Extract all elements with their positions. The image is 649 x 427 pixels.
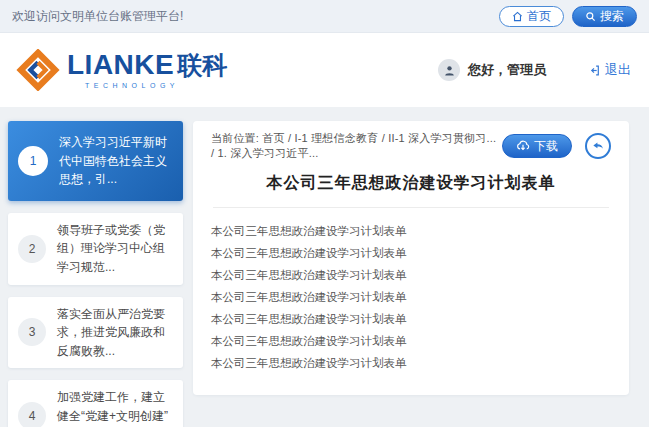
back-button[interactable] — [585, 133, 611, 159]
user-icon — [443, 64, 456, 77]
logo-text-block: LIANKE 联科 TECHNOLOGY — [67, 51, 227, 89]
logout-icon — [588, 64, 601, 77]
search-button[interactable]: 搜索 — [572, 6, 637, 27]
user-info: 您好，管理员 — [438, 59, 546, 81]
sidebar-item-label: 落实全面从严治党要求，推进党风廉政和反腐败教... — [57, 305, 173, 361]
search-button-label: 搜索 — [600, 8, 624, 25]
document-link[interactable]: 本公司三年思想政治建设学习计划表单 — [211, 242, 407, 264]
document-link[interactable]: 本公司三年思想政治建设学习计划表单 — [211, 352, 407, 374]
top-bar: 欢迎访问文明单位台账管理平台! 首页 搜索 — [0, 0, 649, 33]
breadcrumb: 当前位置: 首页 / I-1 理想信念教育 / II-1 深入学习贯彻习... … — [211, 131, 502, 161]
document-link[interactable]: 本公司三年思想政治建设学习计划表单 — [211, 330, 407, 352]
logo[interactable]: LIANKE 联科 TECHNOLOGY — [16, 49, 227, 91]
download-button[interactable]: 下载 — [502, 134, 572, 158]
logo-subtitle: TECHNOLOGY — [67, 82, 227, 89]
sidebar-item-3[interactable]: 3 落实全面从严治党要求，推进党风廉政和反腐败教... — [8, 297, 183, 369]
sidebar-item-2[interactable]: 2 领导班子或党委（党组）理论学习中心组学习规范... — [8, 213, 183, 285]
back-arrow-icon — [591, 139, 605, 153]
main-panel: 当前位置: 首页 / I-1 理想信念教育 / II-1 深入学习贯彻习... … — [193, 121, 629, 395]
sidebar-item-4[interactable]: 4 加强党建工作，建立健全“党建+文明创建”机制... — [8, 380, 183, 427]
lianke-logo-icon — [16, 49, 60, 91]
topbar-actions: 首页 搜索 — [499, 6, 637, 27]
step-number-badge: 1 — [18, 146, 48, 176]
document-link[interactable]: 本公司三年思想政治建设学习计划表单 — [211, 308, 407, 330]
sidebar-item-label: 加强党建工作，建立健全“党建+文明创建”机制... — [57, 388, 173, 427]
step-number-badge: 4 — [18, 402, 46, 427]
cloud-download-icon — [516, 139, 530, 153]
avatar — [438, 59, 460, 81]
sidebar-item-label: 领导班子或党委（党组）理论学习中心组学习规范... — [57, 221, 173, 277]
main-top-row: 当前位置: 首页 / I-1 理想信念教育 / II-1 深入学习贯彻习... … — [211, 131, 611, 161]
sidebar-item-1[interactable]: 1 深入学习习近平新时代中国特色社会主义思想，引... — [8, 121, 183, 201]
document-link[interactable]: 本公司三年思想政治建设学习计划表单 — [211, 220, 407, 242]
document-link[interactable]: 本公司三年思想政治建设学习计划表单 — [211, 264, 407, 286]
step-number-badge: 3 — [18, 318, 46, 346]
logout-link[interactable]: 退出 — [588, 61, 631, 79]
logo-text-en: LIANKE — [67, 51, 174, 79]
welcome-text: 欢迎访问文明单位台账管理平台! — [12, 8, 183, 25]
page-title: 本公司三年思想政治建设学习计划表单 — [211, 173, 611, 194]
step-number-badge: 2 — [18, 235, 46, 263]
logo-row: LIANKE 联科 — [67, 51, 227, 79]
header-right: 您好，管理员 退出 — [438, 59, 633, 81]
sidebar: 1 深入学习习近平新时代中国特色社会主义思想，引... 2 领导班子或党委（党组… — [8, 121, 183, 427]
content-body: 1 深入学习习近平新时代中国特色社会主义思想，引... 2 领导班子或党委（党组… — [0, 107, 649, 427]
greeting-text: 您好，管理员 — [468, 61, 546, 79]
page: 欢迎访问文明单位台账管理平台! 首页 搜索 — [0, 0, 649, 427]
home-button-label: 首页 — [527, 8, 551, 25]
home-icon — [512, 11, 523, 22]
download-button-label: 下载 — [534, 138, 558, 155]
document-link[interactable]: 本公司三年思想政治建设学习计划表单 — [211, 286, 407, 308]
title-divider — [213, 207, 609, 208]
main-actions: 下载 — [502, 133, 611, 159]
search-icon — [585, 11, 596, 22]
logo-text-cn: 联科 — [177, 53, 227, 78]
header: LIANKE 联科 TECHNOLOGY 您好，管理员 — [0, 33, 649, 107]
sidebar-item-label: 深入学习习近平新时代中国特色社会主义思想，引... — [59, 133, 173, 189]
home-button[interactable]: 首页 — [499, 6, 564, 27]
logout-label: 退出 — [605, 61, 631, 79]
document-link-list: 本公司三年思想政治建设学习计划表单 本公司三年思想政治建设学习计划表单 本公司三… — [211, 218, 611, 374]
